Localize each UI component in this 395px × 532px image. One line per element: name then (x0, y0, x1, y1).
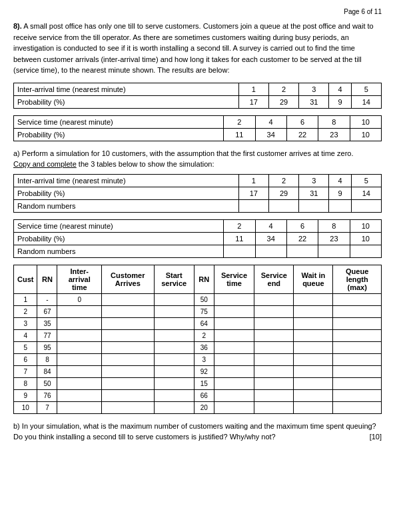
table4: Service time (nearest minute) 2 4 6 8 10… (13, 219, 382, 258)
table-cell (255, 245, 286, 257)
question-number: 8). (13, 22, 22, 30)
table-cell (57, 317, 102, 329)
simulation-table: Cust RN Inter- arrival time Customer Arr… (13, 265, 382, 414)
table-cell: 20 (194, 401, 214, 413)
question-intro: 8). A small post office has only one til… (13, 21, 382, 76)
table-row: Probability (%) 11 34 22 23 10 (14, 128, 382, 141)
table-cell: Inter-arrival time (nearest minute) (14, 174, 239, 187)
col-header-cust: Cust (14, 265, 37, 293)
table-cell (57, 353, 102, 365)
table-cell (102, 377, 155, 389)
table-cell: 4 (255, 219, 286, 232)
table-cell: 14 (351, 187, 381, 199)
table-cell (333, 401, 382, 413)
table-cell: 23 (318, 128, 350, 141)
table-cell: 1 (14, 293, 37, 305)
table-cell: 15 (194, 377, 214, 389)
table-cell: 3 (194, 353, 214, 365)
table-cell: 8 (37, 353, 57, 365)
table-cell: 1 (238, 83, 268, 95)
table-cell (254, 341, 294, 353)
table-cell (57, 329, 102, 341)
table-cell: 4 (329, 174, 351, 187)
table-cell: 8 (318, 219, 350, 232)
table-cell (57, 365, 102, 377)
table-cell: 34 (255, 232, 286, 245)
table-row: 107 20 (14, 401, 382, 413)
table-cell (154, 341, 194, 353)
table-cell: 2 (224, 219, 255, 232)
table-cell (154, 389, 194, 401)
table-cell (254, 353, 294, 365)
table-cell (333, 317, 382, 329)
table-cell: 2 (14, 305, 37, 317)
table-row: Service time (nearest minute) 2 4 6 8 10 (14, 115, 382, 128)
table-cell: 8 (318, 115, 350, 128)
table-cell (154, 377, 194, 389)
table-cell: 67 (37, 305, 57, 317)
table-cell (154, 293, 194, 305)
table-cell (254, 329, 294, 341)
table-row: Inter-arrival time (nearest minute) 1 2 … (14, 174, 382, 187)
table-cell (294, 317, 333, 329)
table-cell (214, 377, 254, 389)
table-cell: 2 (224, 115, 255, 128)
col-header-service-time: Service time (214, 265, 254, 293)
table-cell: 4 (255, 115, 286, 128)
table-row: Probability (%) 17 29 31 9 14 (14, 95, 382, 108)
table-cell: 9 (329, 95, 351, 108)
table-cell: 3 (299, 174, 329, 187)
table-cell (57, 401, 102, 413)
table-cell: 14 (351, 95, 381, 108)
table-cell (294, 401, 333, 413)
table-cell: 11 (224, 128, 255, 141)
col-header-start-service: Start service (154, 265, 194, 293)
table-cell (350, 245, 381, 257)
table-cell: 34 (255, 128, 286, 141)
table-row: 1-0 50 (14, 293, 382, 305)
table-cell (333, 329, 382, 341)
table-cell: 4 (14, 329, 37, 341)
col-header-queue-length: Queue length (max) (333, 265, 382, 293)
table-cell: 9 (14, 389, 37, 401)
table-cell (294, 365, 333, 377)
table-cell: Random numbers (14, 245, 224, 257)
table-cell (254, 317, 294, 329)
table-cell (294, 341, 333, 353)
table-cell (333, 293, 382, 305)
table-cell (102, 353, 155, 365)
table-cell (351, 199, 381, 212)
table-cell: 6 (286, 219, 318, 232)
table-cell (154, 401, 194, 413)
table-row: Random numbers (14, 199, 382, 212)
part-b-text: b) In your simulation, what is the maxim… (13, 422, 376, 441)
table-cell (254, 365, 294, 377)
table-cell (254, 305, 294, 317)
table-cell: Probability (%) (14, 95, 239, 108)
table-cell (333, 389, 382, 401)
table-cell: 92 (194, 365, 214, 377)
table-cell: Service time (nearest minute) (14, 115, 224, 128)
table-cell (57, 377, 102, 389)
col-header-wait-queue: Wait in queue (294, 265, 333, 293)
table-row: 267 75 (14, 305, 382, 317)
table-cell: - (37, 293, 57, 305)
table-cell: 2 (194, 329, 214, 341)
table-cell: 1 (238, 174, 268, 187)
table-row: Probability (%) 17 29 31 9 14 (14, 187, 382, 199)
table-cell: Inter-arrival time (nearest minute) (14, 83, 239, 95)
table-row: Service time (nearest minute) 2 4 6 8 10 (14, 219, 382, 232)
table-cell: 36 (194, 341, 214, 353)
table-cell: Random numbers (14, 199, 239, 212)
part-a-instruction-prefix: Copy and complete (13, 160, 77, 168)
table-cell: 29 (268, 95, 298, 108)
part-b: b) In your simulation, what is the maxim… (13, 421, 382, 443)
table-cell (57, 389, 102, 401)
table-cell: 6 (286, 115, 318, 128)
table-cell (254, 293, 294, 305)
table-cell (214, 389, 254, 401)
table4-group: Service time (nearest minute) 2 4 6 8 10… (13, 219, 382, 258)
table-row: 595 36 (14, 341, 382, 353)
table-cell: 31 (299, 95, 329, 108)
table-cell (294, 293, 333, 305)
